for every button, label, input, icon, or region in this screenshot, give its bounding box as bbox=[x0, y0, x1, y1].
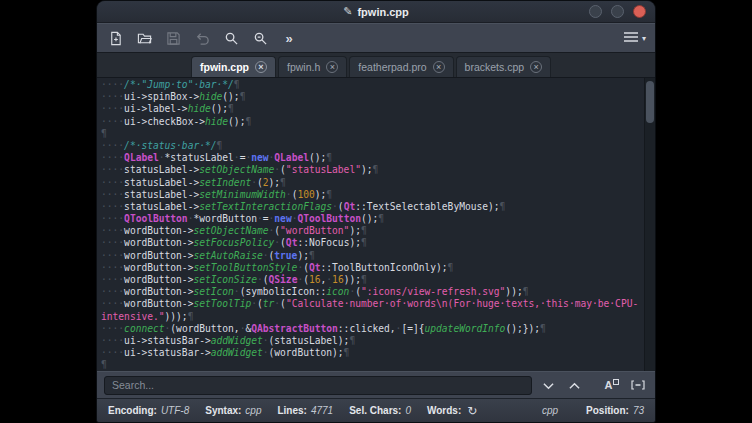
status-item: Encoding:UTF-8 bbox=[108, 405, 189, 416]
tab-bar: fpwin.cpp×fpwin.h×featherpad.pro×bracket… bbox=[97, 53, 655, 78]
undo-icon bbox=[195, 31, 210, 46]
featherpad-window: ✎ fpwin.cpp bbox=[96, 0, 656, 423]
search-input[interactable] bbox=[104, 376, 532, 395]
menu-button[interactable]: ▾ bbox=[623, 29, 646, 47]
status-item-label: Sel. Chars: bbox=[349, 405, 401, 416]
search-replace-button[interactable] bbox=[251, 29, 269, 47]
refresh-words-button[interactable]: ↻ bbox=[467, 405, 477, 417]
search-next-button[interactable] bbox=[538, 376, 558, 395]
desktop-background: ✎ fpwin.cpp bbox=[0, 0, 752, 423]
titlebar[interactable]: ✎ fpwin.cpp bbox=[97, 1, 655, 23]
open-folder-icon bbox=[137, 31, 152, 46]
code-line: ····QLabel·*statusLabel·=·new·QLabel();¶ bbox=[101, 152, 642, 164]
code-line: ····wordButton->setIconSize·(QSize·(16,·… bbox=[101, 274, 642, 286]
chevron-up-icon bbox=[569, 376, 580, 394]
match-case-icon: A bbox=[605, 380, 613, 391]
search-replace-icon bbox=[253, 31, 268, 46]
new-document-icon bbox=[108, 31, 123, 46]
status-item-value: 0 bbox=[405, 405, 411, 416]
code-line: ····statusLabel->setTextInteractionFlags… bbox=[101, 201, 642, 213]
code-line: ····connect·(wordButton,·&QAbstractButto… bbox=[101, 323, 642, 335]
status-item-value: UTF-8 bbox=[161, 405, 189, 416]
code-line: ····statusLabel->setMinimumWidth·(100);¶ bbox=[101, 189, 642, 201]
tab-close-icon[interactable]: × bbox=[255, 61, 267, 73]
code-line: ····ui->statusBar->addWidget·(wordButton… bbox=[101, 347, 642, 359]
menu-dropdown-arrow-icon: ▾ bbox=[642, 34, 646, 43]
code-line: ····statusLabel->setIndent·(2);¶ bbox=[101, 177, 642, 189]
scrollbar-thumb[interactable] bbox=[646, 81, 654, 123]
code-line: ····statusLabel->setObjectName·("statusL… bbox=[101, 164, 642, 176]
status-item-label: Encoding: bbox=[108, 405, 157, 416]
code-line: ····/*·"Jump·to"·bar·*/¶ bbox=[101, 79, 642, 91]
tab-label: fpwin.h bbox=[287, 61, 320, 73]
tab-close-icon[interactable]: × bbox=[326, 61, 338, 73]
code-line: ····ui->label->hide();¶ bbox=[101, 103, 642, 115]
search-bar: A bbox=[97, 371, 655, 398]
whole-word-icon bbox=[631, 376, 645, 394]
maximize-button[interactable] bbox=[611, 5, 624, 18]
open-folder-button[interactable] bbox=[135, 29, 153, 47]
code-line: ····wordButton->setFocusPolicy·(Qt::NoFo… bbox=[101, 237, 642, 249]
status-position: Position: 73 bbox=[586, 405, 644, 416]
status-syntax-indicator: cpp bbox=[542, 405, 558, 416]
toolbar-overflow-button[interactable]: » bbox=[280, 29, 298, 47]
status-item: Sel. Chars:0 bbox=[349, 405, 411, 416]
search-button[interactable] bbox=[222, 29, 240, 47]
tab-label: brackets.cpp bbox=[465, 61, 525, 73]
code-line: ····wordButton->setAutoRaise·(true);¶ bbox=[101, 250, 642, 262]
window-title: fpwin.cpp bbox=[357, 6, 408, 18]
status-item-label: Words: bbox=[427, 405, 461, 416]
save-icon bbox=[166, 31, 181, 46]
status-item-value: 4771 bbox=[311, 405, 333, 416]
close-button[interactable] bbox=[633, 5, 646, 18]
code-line: ····/*·status·bar·*/¶ bbox=[101, 140, 642, 152]
toolbar: » ▾ bbox=[97, 23, 655, 53]
save-button[interactable] bbox=[164, 29, 182, 47]
edit-document-icon: ✎ bbox=[343, 5, 352, 18]
tab-featherpad.pro[interactable]: featherpad.pro× bbox=[349, 56, 453, 77]
status-item-value: cpp bbox=[245, 405, 261, 416]
code-line: ····wordButton->setObjectName·("wordButt… bbox=[101, 225, 642, 237]
match-case-button[interactable]: A bbox=[602, 376, 622, 395]
code-line: ····ui->spinBox->hide();¶ bbox=[101, 91, 642, 103]
status-item: Syntax:cpp bbox=[205, 405, 261, 416]
code-line: ····wordButton->setToolButtonStyle·(Qt::… bbox=[101, 262, 642, 274]
search-icon bbox=[224, 31, 239, 46]
code-line: ¶ bbox=[101, 128, 642, 140]
hamburger-menu-icon bbox=[623, 29, 639, 47]
vertical-scrollbar[interactable] bbox=[644, 78, 655, 371]
tab-close-icon[interactable]: × bbox=[433, 61, 445, 73]
tab-label: featherpad.pro bbox=[358, 61, 426, 73]
status-item-label: Syntax: bbox=[205, 405, 241, 416]
code-line: ····QToolButton·*wordButton·=·new·QToolB… bbox=[101, 213, 642, 225]
tab-label: fpwin.cpp bbox=[200, 61, 249, 73]
code-line: ····ui->statusBar->addWidget·(statusLabe… bbox=[101, 335, 642, 347]
tab-close-icon[interactable]: × bbox=[530, 61, 542, 73]
tab-brackets.cpp[interactable]: brackets.cpp× bbox=[456, 56, 552, 77]
code-line: ····ui->checkBox->hide();¶ bbox=[101, 116, 642, 128]
undo-button[interactable] bbox=[193, 29, 211, 47]
status-item: Lines:4771 bbox=[277, 405, 333, 416]
chevron-down-icon bbox=[543, 376, 554, 394]
code-text-area[interactable]: ····/*·"Jump·to"·bar·*/¶····ui->spinBox-… bbox=[97, 78, 644, 371]
code-line: ····wordButton->setIcon·(symbolicIcon::i… bbox=[101, 286, 642, 298]
new-document-button[interactable] bbox=[106, 29, 124, 47]
code-line: intensive.")));¶ bbox=[101, 311, 642, 323]
code-line: ····wordButton->setToolTip·(tr·("Calcula… bbox=[101, 298, 642, 310]
code-editor[interactable]: ····/*·"Jump·to"·bar·*/¶····ui->spinBox-… bbox=[97, 78, 655, 371]
tab-fpwin.h[interactable]: fpwin.h× bbox=[278, 56, 347, 77]
double-chevron-right-icon: » bbox=[285, 31, 292, 46]
status-item: Words:↻ bbox=[427, 405, 477, 417]
tab-fpwin.cpp[interactable]: fpwin.cpp× bbox=[191, 56, 276, 77]
code-line: ¶ bbox=[101, 359, 642, 371]
status-bar: Encoding:UTF-8Syntax:cppLines:4771Sel. C… bbox=[97, 398, 655, 422]
status-item-label: Lines: bbox=[277, 405, 306, 416]
search-previous-button[interactable] bbox=[564, 376, 584, 395]
minimize-button[interactable] bbox=[589, 5, 602, 18]
whole-word-button[interactable] bbox=[628, 376, 648, 395]
